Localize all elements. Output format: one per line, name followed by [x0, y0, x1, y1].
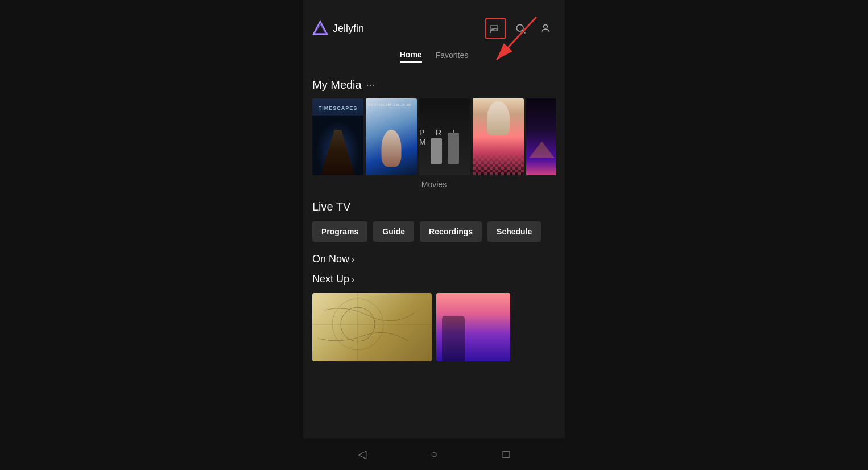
tab-favorites[interactable]: Favorites — [436, 48, 469, 63]
movie-poster-primer[interactable]: P R I M E R — [419, 98, 470, 175]
checkerboard-pattern — [473, 152, 524, 175]
primer-title: P R I M E R — [419, 128, 470, 146]
profile-button[interactable] — [535, 18, 556, 39]
cast-icon — [490, 24, 501, 33]
next-up-chevron: › — [352, 274, 354, 285]
schedule-button[interactable]: Schedule — [487, 221, 541, 242]
on-now-label: On Now — [312, 253, 349, 265]
phone-frame: Jellyfin — [303, 0, 565, 470]
app-title: Jellyfin — [333, 23, 364, 35]
top-navigation: Jellyfin — [303, 14, 565, 43]
back-button[interactable]: ◁ — [348, 440, 375, 468]
logo-area: Jellyfin — [312, 20, 364, 36]
home-button[interactable]: ○ — [420, 440, 448, 468]
recents-button[interactable]: □ — [493, 440, 520, 468]
tv-buttons: Programs Guide Recordings Schedule — [312, 221, 556, 242]
live-tv-title: Live TV — [312, 200, 556, 213]
guide-button[interactable]: Guide — [373, 221, 414, 242]
poster-timescapes-title: TimeScapes — [317, 103, 359, 113]
programs-button[interactable]: Programs — [312, 221, 367, 242]
bottom-navigation: ◁ ○ □ — [303, 438, 565, 470]
next-up-thumb-1[interactable] — [312, 293, 432, 361]
profile-icon — [540, 23, 551, 34]
my-media-more-button[interactable]: ··· — [366, 79, 375, 91]
jellyfin-logo-icon — [312, 20, 328, 36]
next-up-link[interactable]: Next Up › — [312, 273, 354, 285]
movies-subtitle: Movies — [312, 180, 556, 189]
on-now-chevron: › — [352, 254, 354, 265]
nav-tabs: Home Favorites — [303, 43, 565, 69]
tab-home[interactable]: Home — [400, 48, 422, 63]
recordings-button[interactable]: Recordings — [420, 221, 482, 242]
my-media-header: My Media ··· — [312, 79, 556, 92]
status-bar — [303, 0, 565, 14]
movie-poster-timescapes[interactable]: TimeScapes — [312, 98, 363, 175]
cast-button[interactable] — [485, 18, 506, 39]
svg-line-5 — [523, 31, 526, 34]
movie-poster-vaporwave[interactable] — [473, 98, 524, 175]
nav-icons — [485, 18, 556, 39]
live-tv-section: Live TV Programs Guide Recordings Schedu… — [312, 200, 556, 361]
movie-poster-upstream-color[interactable]: UPSTREAM COLOUR — [366, 98, 417, 175]
next-up-row — [312, 293, 556, 361]
next-up-label: Next Up — [312, 273, 349, 285]
next-up-thumb-2[interactable] — [436, 293, 510, 361]
search-button[interactable] — [510, 18, 531, 39]
main-content: My Media ··· TimeScapes UPSTREAM COLOUR — [303, 69, 565, 438]
my-media-title: My Media — [312, 79, 362, 92]
movie-poster-partial[interactable] — [526, 98, 556, 175]
map-svg — [312, 293, 432, 361]
on-now-link[interactable]: On Now › — [312, 253, 354, 265]
movies-row: TimeScapes UPSTREAM COLOUR P R I M E R — [312, 98, 556, 175]
svg-point-6 — [544, 24, 548, 28]
search-icon — [515, 23, 526, 34]
svg-point-4 — [516, 24, 523, 31]
